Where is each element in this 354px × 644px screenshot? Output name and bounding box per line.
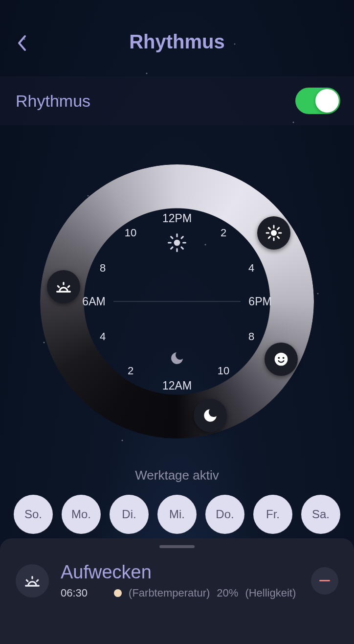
tick-10pm: 10 [218, 365, 229, 377]
active-days-section: Werktage aktiv So. Mo. Di. Mi. Do. Fr. S… [0, 468, 354, 534]
svg-line-26 [37, 580, 38, 581]
tick-4pm: 4 [248, 262, 254, 275]
phase-title: Aufwecken [61, 562, 299, 583]
phase-row-wakeup[interactable]: Aufwecken 06:30 (Farbtemperatur) 20% (He… [0, 548, 354, 599]
page-title: Rhythmus [129, 31, 225, 53]
svg-line-18 [278, 237, 279, 238]
sun-icon [168, 233, 186, 254]
dial-face: 12PM 12AM 6AM 6PM 10 2 8 4 4 8 2 10 [84, 208, 270, 394]
day-chip-mon[interactable]: Mo. [62, 495, 101, 534]
day-chip-thu[interactable]: Do. [205, 495, 244, 534]
tick-12pm: 12PM [162, 212, 192, 225]
handle-wakeup[interactable] [47, 270, 80, 303]
phase-time: 06:30 [61, 587, 88, 599]
tick-6pm: 6PM [248, 295, 271, 308]
day-chip-fri[interactable]: Fr. [253, 495, 292, 534]
svg-line-25 [26, 580, 28, 581]
days-row: So. Mo. Di. Mi. Do. Fr. Sa. [0, 495, 354, 534]
sunrise-icon [16, 564, 49, 598]
svg-point-23 [283, 357, 285, 359]
svg-line-19 [268, 237, 270, 238]
header: Rhythmus [0, 0, 354, 76]
svg-line-7 [171, 247, 173, 249]
active-days-label: Werktage aktiv [0, 468, 354, 483]
rhythm-toggle-row: Rhythmus [0, 76, 354, 125]
color-temp-label: (Farbtemperatur) [129, 587, 210, 599]
phase-subtitle: 06:30 (Farbtemperatur) 20% (Helligkeit) [61, 587, 299, 599]
tick-8pm: 8 [248, 330, 254, 343]
tick-2pm: 2 [221, 227, 226, 239]
sun-icon [265, 224, 283, 242]
svg-line-11 [68, 286, 69, 287]
day-chip-sat[interactable]: Sa. [301, 495, 340, 534]
sunrise-icon [54, 277, 73, 297]
svg-line-8 [181, 237, 183, 238]
phase-sheet[interactable]: Aufwecken 06:30 (Farbtemperatur) 20% (He… [0, 538, 354, 644]
svg-point-12 [271, 230, 277, 236]
handle-evening[interactable] [265, 343, 298, 376]
handle-daylight[interactable] [257, 216, 290, 250]
svg-line-17 [268, 228, 270, 229]
svg-point-21 [275, 353, 288, 366]
moon-icon [169, 350, 185, 368]
svg-point-0 [174, 240, 180, 246]
handle-night[interactable] [194, 399, 227, 432]
day-chip-sun[interactable]: So. [14, 495, 53, 534]
back-button[interactable] [12, 33, 31, 53]
brightness-label: (Helligkeit) [245, 587, 296, 599]
dial-horizon-line [113, 301, 241, 302]
switch-knob [315, 89, 339, 113]
svg-line-10 [58, 286, 59, 287]
phase-text: Aufwecken 06:30 (Farbtemperatur) 20% (He… [61, 562, 299, 599]
svg-line-6 [181, 247, 183, 249]
brightness-value: 20% [217, 587, 238, 599]
chevron-left-icon [16, 34, 27, 52]
minus-icon [319, 580, 330, 581]
rhythm-switch[interactable] [295, 88, 340, 114]
rhythm-dial[interactable]: 12PM 12AM 6AM 6PM 10 2 8 4 4 8 2 10 [0, 145, 354, 458]
tick-10am: 10 [125, 227, 136, 239]
svg-line-5 [171, 237, 173, 238]
tick-2am: 2 [128, 365, 133, 377]
svg-point-22 [278, 357, 280, 359]
tick-12am: 12AM [162, 379, 192, 392]
moon-icon [202, 407, 219, 424]
day-chip-wed[interactable]: Mi. [157, 495, 197, 534]
tick-4am: 4 [100, 330, 106, 343]
color-temp-swatch [114, 589, 122, 597]
day-chip-tue[interactable]: Di. [110, 495, 149, 534]
smile-icon [273, 351, 289, 367]
tick-6am: 6AM [82, 295, 105, 308]
svg-line-20 [278, 228, 279, 229]
phase-remove-button[interactable] [311, 567, 338, 595]
tick-8am: 8 [100, 262, 106, 275]
rhythm-toggle-label: Rhythmus [16, 92, 90, 111]
